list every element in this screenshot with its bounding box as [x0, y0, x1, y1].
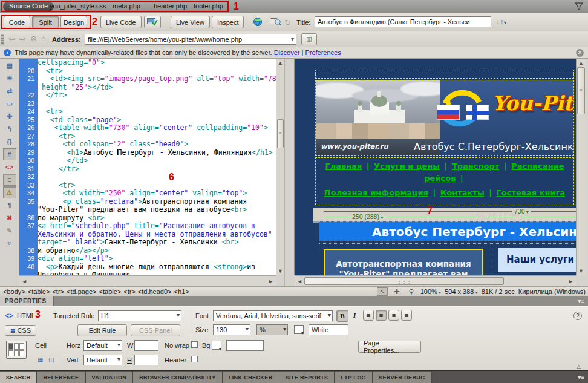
code-horizontal-scrollbar[interactable]: ◄ ►: [19, 275, 276, 286]
scroll-up-icon[interactable]: ▲: [276, 60, 284, 66]
expand-all-icon[interactable]: ✚: [3, 110, 16, 122]
help-icon[interactable]: ?: [573, 312, 582, 320]
open-documents-icon[interactable]: ▤: [3, 59, 16, 71]
recent-snippets-icon[interactable]: »: [4, 237, 16, 250]
bg-color-swatch[interactable]: [212, 341, 221, 350]
scroll-left-icon[interactable]: ◄: [297, 278, 302, 284]
menu-link[interactable]: Гостевая книга: [497, 188, 566, 197]
height-input[interactable]: [134, 355, 158, 365]
menu-link[interactable]: Контакты: [440, 188, 485, 197]
stop-icon[interactable]: ⊗: [30, 34, 37, 43]
browser-list-icon[interactable]: [301, 33, 317, 45]
inner-width-label[interactable]: 250 (288): [350, 213, 385, 220]
tag-selector-item[interactable]: <table>: [28, 288, 50, 295]
menu-link[interactable]: Главная: [325, 162, 362, 171]
live-view-button[interactable]: Live View: [171, 16, 210, 28]
horz-select[interactable]: Default: [83, 340, 122, 351]
tag-selector-item[interactable]: <td.page>: [67, 288, 97, 295]
related-file-tab[interactable]: meta.php: [113, 2, 140, 10]
wrap-tag-icon[interactable]: ✎: [3, 224, 16, 237]
services-cell[interactable]: Наши услуги: [498, 248, 576, 272]
highlight-invalid-code-icon[interactable]: <>: [3, 161, 16, 173]
home-icon[interactable]: ⌂: [41, 34, 46, 43]
select-parent-tag-icon[interactable]: ↰: [3, 123, 16, 135]
page-heading-bar[interactable]: Автобус Петербург - Хельсинки: [319, 221, 576, 241]
scroll-up-icon[interactable]: ▲: [577, 60, 586, 66]
magnification-select[interactable]: 100%: [420, 288, 441, 295]
toolbar-grip[interactable]: [1, 34, 4, 45]
align-justify-icon[interactable]: ≡: [401, 310, 412, 321]
line-numbers-icon[interactable]: #: [3, 148, 16, 160]
panel-menu-icon[interactable]: ▾≡: [578, 298, 584, 304]
text-color-input[interactable]: White: [309, 324, 348, 335]
size-select[interactable]: 130: [213, 324, 250, 335]
panel-expander-icon[interactable]: △: [577, 364, 581, 370]
page-properties-button[interactable]: Page Properties...: [358, 341, 421, 353]
menu-link[interactable]: Услуги и цены: [374, 162, 440, 171]
menu-link[interactable]: Транспорт: [452, 162, 499, 171]
tag-selector-item[interactable]: <tr>: [52, 288, 64, 295]
apply-source-formatting-icon[interactable]: ≡: [3, 174, 16, 186]
italic-button[interactable]: I: [353, 312, 356, 319]
outer-width-label[interactable]: 730: [512, 208, 531, 215]
source-code-tab[interactable]: Source Code: [3, 2, 54, 11]
split-cell-icon[interactable]: ◫: [48, 356, 54, 363]
view-button-code[interactable]: Code: [4, 16, 30, 28]
title-input[interactable]: Автобус в Финляндию (Санкт Петербург - Х…: [315, 16, 491, 27]
close-icon[interactable]: ✕: [576, 49, 584, 57]
bg-color-input[interactable]: [226, 340, 264, 351]
size-unit-select[interactable]: %: [256, 324, 288, 335]
properties-tab[interactable]: PROPERTIES: [0, 296, 54, 306]
view-button-design[interactable]: Design: [60, 16, 87, 28]
scroll-right-icon[interactable]: ►: [568, 278, 573, 284]
scroll-left-icon[interactable]: ◄: [22, 278, 27, 284]
scroll-down-icon[interactable]: ▼: [276, 268, 284, 274]
split-view-divider[interactable]: [284, 59, 294, 286]
balance-braces-icon[interactable]: {}: [3, 136, 16, 148]
results-tab-link-checker[interactable]: LINK CHECKER: [223, 372, 279, 383]
window-size-select[interactable]: 504 x 388: [445, 288, 478, 295]
font-select[interactable]: Verdana, Arial, Helvetica, sans-serif: [213, 310, 333, 321]
code-navigator-icon[interactable]: ✳: [3, 72, 16, 84]
preview-in-browser-icon[interactable]: [250, 17, 265, 30]
tag-selector-item[interactable]: <table>: [99, 288, 122, 295]
design-view[interactable]: www.you-piter.ru You-Piter Автобус С.Пет…: [294, 59, 576, 275]
results-tab-server-debug[interactable]: SERVER DEBUG: [373, 372, 432, 383]
tag-selector-item[interactable]: <body>: [3, 288, 25, 295]
preferences-link[interactable]: Preferences: [305, 49, 341, 56]
panel-menu-icon[interactable]: ▾≡: [578, 374, 584, 381]
tag-selector-item[interactable]: <td.head0>: [138, 288, 172, 295]
validate-markup-icon[interactable]: [267, 17, 283, 30]
related-file-tab[interactable]: footer.php: [194, 2, 223, 10]
code-view[interactable]: cellspacing="0">20 <tr>21 <td><img src="…: [19, 59, 276, 275]
css-mode-button[interactable]: ≣ CSS: [5, 325, 36, 336]
edit-rule-button[interactable]: Edit Rule: [77, 324, 127, 336]
related-file-tab[interactable]: header.php: [154, 2, 187, 10]
align-left-icon[interactable]: ≡: [363, 310, 374, 321]
file-get-put-icon[interactable]: ↓↑▾: [496, 17, 506, 26]
syntax-error-alerts-icon[interactable]: ⚠: [3, 186, 16, 198]
css-panel-button[interactable]: CSS Panel: [131, 324, 180, 336]
width-input[interactable]: [134, 340, 158, 351]
collapse-selection-icon[interactable]: ▭: [3, 97, 16, 110]
tag-selector-item[interactable]: <tr>: [123, 288, 136, 295]
align-right-icon[interactable]: ≡: [388, 310, 399, 321]
results-tab-reference[interactable]: REFERENCE: [37, 372, 85, 383]
align-center-icon[interactable]: ≡: [376, 310, 387, 321]
reclama-cell[interactable]: Автотранспортная компания "You-Piter" пр…: [324, 249, 483, 275]
header-checkbox[interactable]: [191, 356, 198, 362]
design-scroll-thumb[interactable]: ≡: [577, 67, 585, 114]
targeted-rule-select[interactable]: H1: [98, 310, 181, 321]
html-mode-button[interactable]: HTML: [17, 312, 35, 319]
remove-comment-icon[interactable]: ✖: [3, 212, 16, 224]
discover-link[interactable]: Discover: [274, 49, 300, 56]
results-tab-search[interactable]: SEARCH: [0, 372, 37, 383]
merge-cells-icon[interactable]: ▦: [38, 356, 43, 363]
results-tab-ftp-log[interactable]: FTP LOG: [335, 372, 373, 383]
no-wrap-checkbox[interactable]: [191, 341, 198, 348]
design-hscroll-thumb[interactable]: ⋮⋮⋮: [304, 277, 504, 285]
results-tab-browser-compatibility[interactable]: BROWSER COMPATIBILITY: [133, 372, 223, 383]
collapse-full-tag-icon[interactable]: ⇄: [3, 85, 16, 97]
tag-selector-item[interactable]: <h1>: [174, 288, 189, 295]
vert-select[interactable]: Default: [83, 355, 122, 365]
